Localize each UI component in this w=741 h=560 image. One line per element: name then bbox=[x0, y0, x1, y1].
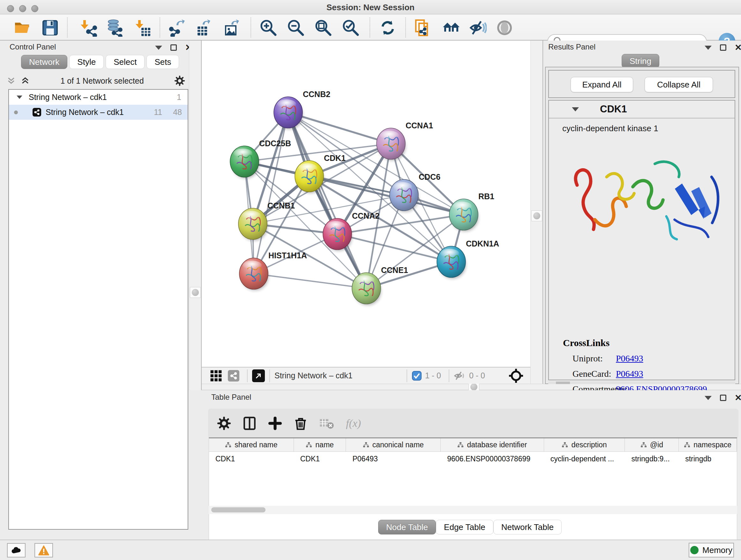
table-cell[interactable]: stringdb:9... bbox=[625, 452, 679, 466]
table-cell[interactable]: 9606.ENSP00000378699 bbox=[441, 452, 544, 466]
table-horizontal-scrollbar[interactable] bbox=[209, 506, 737, 514]
column-header[interactable]: shared name bbox=[209, 438, 294, 451]
network-edge[interactable] bbox=[288, 112, 391, 144]
tab-node-table[interactable]: Node Table bbox=[378, 520, 436, 535]
column-header[interactable]: name bbox=[294, 438, 346, 451]
tab-edge-table[interactable]: Edge Table bbox=[436, 520, 493, 535]
delete-column-icon[interactable] bbox=[293, 416, 308, 430]
column-header[interactable]: canonical name bbox=[346, 438, 441, 451]
cloud-status-button[interactable] bbox=[7, 543, 25, 557]
network-row[interactable]: String Network – cdk1 11 48 bbox=[9, 105, 188, 120]
collapse-panel-icon[interactable] bbox=[704, 396, 712, 400]
crosshair-icon[interactable] bbox=[509, 368, 523, 383]
show-columns-icon[interactable] bbox=[243, 416, 257, 430]
add-column-icon[interactable] bbox=[268, 416, 282, 430]
warnings-button[interactable] bbox=[35, 543, 53, 557]
column-header[interactable]: namespace bbox=[679, 438, 737, 451]
gray-orb-icon bbox=[495, 19, 514, 37]
zoom-out-button[interactable] bbox=[286, 18, 305, 37]
table-row[interactable]: CDK1CDK1P064939606.ENSP00000378699cyclin… bbox=[209, 452, 737, 466]
node-table[interactable]: shared namenamecanonical namedatabase id… bbox=[209, 437, 737, 553]
delete-table-icon[interactable] bbox=[319, 417, 334, 430]
expand-all-button[interactable]: Expand All bbox=[570, 77, 633, 92]
memory-button[interactable]: Memory bbox=[689, 543, 734, 557]
network-view-icon[interactable] bbox=[228, 370, 239, 381]
node-label: CDK1 bbox=[324, 153, 346, 163]
column-header[interactable]: @id bbox=[625, 438, 679, 451]
splitter-handle[interactable] bbox=[533, 212, 540, 219]
close-panel-icon[interactable]: ✕ bbox=[735, 44, 741, 51]
splitter-handle[interactable] bbox=[192, 289, 199, 296]
right-splitter[interactable] bbox=[530, 41, 543, 390]
import-table-button[interactable] bbox=[133, 18, 151, 37]
import-network-from-database-button[interactable] bbox=[105, 18, 124, 37]
gear-icon[interactable] bbox=[217, 416, 231, 430]
selected-checkbox-icon[interactable] bbox=[412, 371, 422, 381]
network-tree: String Network – cdk1 1 String Network –… bbox=[8, 89, 188, 530]
network-node-CCNB1[interactable]: CCNB1 bbox=[239, 201, 295, 241]
import-network-button[interactable] bbox=[79, 18, 98, 37]
collapse-entry-icon[interactable] bbox=[572, 107, 579, 111]
network-node-RB1[interactable]: RB1 bbox=[449, 192, 494, 232]
network-collection-row[interactable]: String Network – cdk1 1 bbox=[9, 90, 188, 105]
float-panel-icon[interactable] bbox=[171, 44, 177, 51]
clone-network-button[interactable] bbox=[414, 18, 432, 37]
save-session-button[interactable] bbox=[41, 18, 59, 37]
crosslink-link[interactable]: P06493 bbox=[616, 354, 643, 364]
apply-layout-button[interactable] bbox=[379, 18, 397, 37]
network-edge[interactable] bbox=[288, 112, 366, 288]
table-cell[interactable]: P06493 bbox=[346, 452, 441, 466]
network-node-CDC25B[interactable]: CDC25B bbox=[230, 139, 291, 179]
close-panel-icon[interactable]: ✕ bbox=[735, 395, 741, 401]
splitter-handle[interactable] bbox=[470, 383, 477, 390]
graphics-details-button[interactable] bbox=[495, 18, 514, 37]
export-image-button[interactable] bbox=[223, 18, 241, 37]
table-cell[interactable]: cyclin-dependent ... bbox=[544, 452, 625, 466]
expand-all-networks-icon[interactable] bbox=[20, 76, 30, 85]
network-node-CDKN1A[interactable]: CDKN1A bbox=[437, 239, 499, 279]
tab-style[interactable]: Style bbox=[69, 55, 104, 69]
collapse-panel-icon[interactable] bbox=[155, 46, 162, 50]
open-session-button[interactable] bbox=[13, 18, 32, 37]
hide-details-button[interactable] bbox=[468, 18, 487, 37]
network-node-CCNA1[interactable]: CCNA1 bbox=[377, 121, 433, 161]
column-header[interactable]: description bbox=[544, 438, 625, 451]
collapse-panel-icon[interactable] bbox=[704, 46, 712, 50]
tab-network-table[interactable]: Network Table bbox=[493, 520, 562, 535]
crosslinks-title: CrossLinks bbox=[549, 337, 735, 348]
results-horizontal-scrollbar[interactable] bbox=[548, 381, 735, 384]
left-splitter[interactable] bbox=[189, 41, 202, 390]
network-node-HIST1H1A[interactable]: HIST1H1A bbox=[239, 251, 307, 291]
tab-select[interactable]: Select bbox=[106, 55, 145, 69]
gear-icon[interactable] bbox=[174, 75, 185, 86]
tree-expand-icon[interactable] bbox=[17, 96, 22, 99]
float-panel-icon[interactable] bbox=[720, 44, 726, 51]
string-home-button[interactable] bbox=[442, 18, 461, 37]
network-node-CCNE1[interactable]: CCNE1 bbox=[352, 266, 408, 305]
zoom-in-button[interactable] bbox=[259, 18, 278, 37]
tab-sets[interactable]: Sets bbox=[146, 55, 179, 69]
grid-view-icon[interactable] bbox=[210, 370, 222, 382]
zoom-selected-button[interactable] bbox=[341, 18, 360, 37]
collapse-all-button[interactable]: Collapse All bbox=[645, 77, 713, 92]
table-cell[interactable]: stringdb bbox=[679, 452, 737, 466]
tab-string[interactable]: String bbox=[622, 54, 659, 68]
crosslink-link[interactable]: P06493 bbox=[616, 369, 643, 379]
detach-view-button[interactable] bbox=[252, 369, 265, 382]
collapse-all-networks-icon[interactable] bbox=[6, 76, 16, 85]
column-header[interactable]: database identifier bbox=[441, 438, 544, 451]
table-cell[interactable]: CDK1 bbox=[209, 452, 294, 466]
network-edge[interactable] bbox=[254, 273, 366, 288]
function-builder-button[interactable]: f(x) bbox=[346, 417, 361, 429]
network-node-count: 11 bbox=[154, 108, 162, 117]
gene-entry-header[interactable]: CDK1 bbox=[549, 101, 735, 118]
network-edge[interactable] bbox=[254, 112, 288, 273]
export-network-button[interactable] bbox=[167, 18, 186, 37]
hidden-eye-slash-icon[interactable] bbox=[454, 371, 466, 381]
zoom-fit-button[interactable] bbox=[314, 18, 333, 37]
export-table-button[interactable] bbox=[195, 18, 213, 37]
tab-network[interactable]: Network bbox=[21, 55, 67, 69]
network-canvas[interactable]: CCNB2CCNA1CDC25BCDK1CDC6RB1CCNB1CCNA2CDK… bbox=[202, 41, 530, 367]
table-cell[interactable]: CDK1 bbox=[294, 452, 346, 466]
float-panel-icon[interactable] bbox=[720, 395, 726, 401]
